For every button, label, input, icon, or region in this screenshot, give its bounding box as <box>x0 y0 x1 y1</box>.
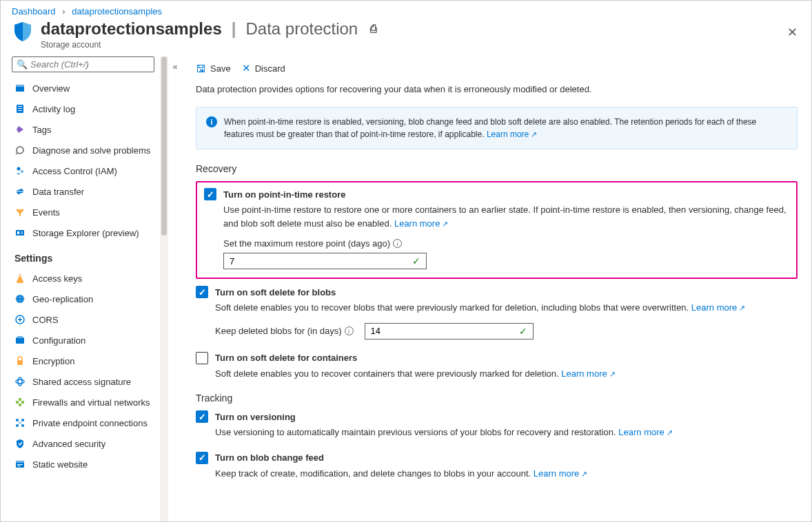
soft-blob-learn-more[interactable]: Learn more <box>691 302 746 313</box>
checkbox-change-feed[interactable] <box>196 452 208 464</box>
nav-label: Configuration <box>32 335 85 346</box>
nav-label: Storage Explorer (preview) <box>32 228 139 238</box>
soft-blob-days-input-wrap[interactable]: ✓ <box>365 323 534 340</box>
sidebar-item[interactable]: Static website <box>12 454 154 474</box>
save-button[interactable]: 🖫 Save <box>196 62 231 74</box>
option-soft-delete-blobs: Turn on soft delete for blobs Soft delet… <box>196 286 798 340</box>
nav-label: Overview <box>32 83 70 94</box>
svg-rect-1 <box>16 85 24 87</box>
print-icon[interactable]: ⎙ <box>370 23 377 35</box>
breadcrumb-sep: › <box>62 6 65 17</box>
info-icon: i <box>206 116 217 127</box>
nav-label: Activity log <box>32 104 75 114</box>
change-feed-desc: Keep track of create, modification, and … <box>215 468 531 479</box>
svg-rect-18 <box>17 360 23 365</box>
pit-days-input-wrap[interactable]: ✓ <box>223 253 427 269</box>
sidebar-collapse-icon[interactable]: « <box>168 56 182 522</box>
checkbox-versioning[interactable] <box>196 410 208 423</box>
discard-icon: ✕ <box>242 62 251 74</box>
search-icon: 🔍 <box>17 59 28 70</box>
sidebar-item[interactable]: Diagnose and solve problems <box>12 140 154 160</box>
pit-desc: Use point-in-time restore to restore one… <box>223 205 786 229</box>
close-icon[interactable]: ✕ <box>787 25 798 40</box>
nav-label: Diagnose and solve problems <box>32 145 150 156</box>
recovery-heading: Recovery <box>196 163 798 174</box>
nav-icon <box>14 83 26 94</box>
checkbox-pit[interactable] <box>204 188 216 200</box>
toolbar: 🖫 Save ✕ Discard <box>196 56 798 84</box>
pit-restore-highlight: Turn on point-in-time restore Use point-… <box>196 181 798 279</box>
breadcrumb: Dashboard › dataprotectionsamples <box>1 1 811 19</box>
nav-icon <box>14 335 26 346</box>
nav-icon <box>14 376 26 387</box>
option-pit-restore: Turn on point-in-time restore Use point-… <box>204 188 789 269</box>
nav-icon <box>14 227 26 238</box>
sidebar-item[interactable]: Data transfer <box>12 181 154 202</box>
svg-rect-24 <box>19 404 21 406</box>
soft-blob-days-input[interactable] <box>371 326 519 336</box>
option-change-feed: Turn on blob change feed Keep track of c… <box>196 452 798 481</box>
nav-icon <box>14 438 26 449</box>
sidebar-item[interactable]: Geo-replication <box>12 289 154 309</box>
sidebar-item[interactable]: Encryption <box>12 351 154 371</box>
breadcrumb-current[interactable]: dataprotectionsamples <box>72 6 162 17</box>
sidebar-item[interactable]: Storage Explorer (preview) <box>12 222 154 243</box>
nav-icon <box>14 207 26 218</box>
sidebar-scrollbar[interactable] <box>160 56 168 522</box>
sidebar-item[interactable]: Private endpoint connections <box>12 413 154 433</box>
discard-button[interactable]: ✕ Discard <box>242 62 285 74</box>
svg-rect-31 <box>17 464 23 465</box>
sidebar: 🔍 OverviewActivity logTagsDiagnose and s… <box>1 56 160 522</box>
sidebar-item[interactable]: Advanced security <box>12 433 154 454</box>
nav-icon <box>14 145 26 156</box>
resource-type: Storage account <box>41 40 377 50</box>
main-panel: 🖫 Save ✕ Discard Data protection provide… <box>182 56 811 522</box>
page-title: dataprotectionsamples | Data protection … <box>41 19 377 39</box>
checkbox-soft-container[interactable] <box>196 352 208 364</box>
info-circle-icon[interactable]: i <box>393 239 402 248</box>
nav-label: Static website <box>32 459 88 470</box>
valid-check-icon: ✓ <box>412 255 420 267</box>
soft-container-learn-more[interactable]: Learn more <box>561 368 616 379</box>
svg-rect-4 <box>18 108 22 109</box>
sidebar-item[interactable]: Access Control (IAM) <box>12 160 154 181</box>
tracking-heading: Tracking <box>196 393 798 404</box>
sidebar-item[interactable]: Firewalls and virtual networks <box>12 392 154 413</box>
sidebar-search[interactable]: 🔍 <box>12 56 154 72</box>
sidebar-item[interactable]: CORS <box>12 309 154 330</box>
nav-icon <box>14 355 26 366</box>
sidebar-item[interactable]: Access keys <box>12 268 154 289</box>
checkbox-soft-blob[interactable] <box>196 286 208 298</box>
sidebar-item[interactable]: Overview <box>12 78 154 98</box>
sidebar-item[interactable]: Activity log <box>12 98 154 119</box>
nav-label: Data transfer <box>32 187 84 197</box>
info-learn-more[interactable]: Learn more <box>487 129 537 139</box>
change-feed-learn-more[interactable]: Learn more <box>534 468 588 479</box>
scrollbar-thumb[interactable] <box>161 56 167 236</box>
soft-container-desc: Soft delete enables you to recover conta… <box>215 368 559 379</box>
nav-icon <box>14 186 26 197</box>
versioning-label: Turn on versioning <box>215 412 296 422</box>
svg-rect-10 <box>17 231 19 234</box>
sidebar-item[interactable]: Configuration <box>12 330 154 351</box>
svg-point-8 <box>21 170 23 173</box>
title-section: Data protection <box>245 19 358 39</box>
sidebar-item[interactable]: Tags <box>12 119 154 140</box>
nav-label: Geo-replication <box>32 294 93 304</box>
nav-icon <box>14 273 26 284</box>
info-circle-icon[interactable]: i <box>345 326 354 335</box>
nav-label: Events <box>32 207 60 218</box>
search-input[interactable] <box>30 59 150 70</box>
sidebar-item[interactable]: Events <box>12 202 154 222</box>
nav-icon <box>14 103 26 114</box>
pit-days-input[interactable] <box>230 256 412 267</box>
breadcrumb-root[interactable]: Dashboard <box>12 6 56 17</box>
sidebar-item[interactable]: Shared access signature <box>12 371 154 392</box>
versioning-learn-more[interactable]: Learn more <box>618 427 673 437</box>
svg-rect-22 <box>19 398 21 401</box>
title-name: dataprotectionsamples <box>41 19 222 39</box>
save-icon: 🖫 <box>196 63 206 74</box>
svg-point-12 <box>19 275 21 277</box>
svg-point-20 <box>18 377 22 386</box>
pit-learn-more[interactable]: Learn more <box>394 218 449 229</box>
